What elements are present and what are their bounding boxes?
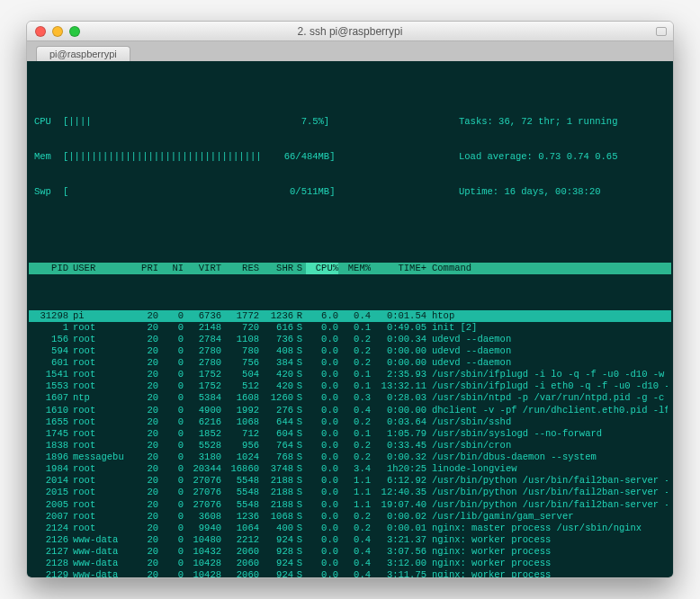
cell: 0.0 (306, 380, 338, 392)
process-row[interactable]: 594root2002780780408S0.00.20:00.00udevd … (29, 345, 671, 357)
cell: 3748 (259, 463, 293, 475)
cell: 3:07.56 (371, 546, 426, 558)
cell: 5548 (221, 487, 259, 498)
cell: 768 (259, 451, 293, 463)
process-row[interactable]: 1745root2001852712604S0.00.11:05.79/usr/… (29, 428, 671, 440)
cell: /usr/lib/gamin/gam_server (426, 511, 668, 523)
cell: 1752 (184, 380, 221, 392)
col-pri[interactable]: PRI (131, 263, 158, 274)
cell: 4900 (184, 405, 221, 416)
cell: 2128 (32, 558, 68, 569)
cell: 5528 (184, 440, 221, 451)
cell: 420 (259, 380, 293, 392)
cell: nginx: worker process (426, 558, 668, 569)
cell: 644 (259, 416, 293, 428)
cell: 3.4 (338, 463, 371, 475)
col-virt[interactable]: VIRT (184, 263, 221, 274)
cell: 1064 (221, 523, 259, 534)
cell: root (68, 475, 131, 487)
cell: udevd --daemon (426, 357, 668, 369)
cell: 20 (131, 534, 158, 546)
process-row[interactable]: 2128www-data200104282060924S0.00.43:12.0… (29, 558, 671, 569)
cell: 0.0 (306, 463, 338, 475)
process-row[interactable]: 1610root20049001992276S0.00.40:00.00dhcl… (29, 405, 671, 416)
process-row[interactable]: 2124root20099401064400S0.00.20:00.01ngin… (29, 523, 671, 534)
swap-label: Swp (34, 186, 63, 198)
process-row[interactable]: 2127www-data200104322060928S0.00.43:07.5… (29, 546, 671, 558)
process-row[interactable]: 156root20027841108736S0.00.20:00.34udevd… (29, 334, 671, 345)
col-cmd[interactable]: Command (426, 263, 668, 274)
cell: 3:12.00 (371, 558, 426, 569)
cell: 2212 (221, 534, 259, 546)
cell: root (68, 440, 131, 451)
cell: 20 (131, 440, 158, 451)
cell: udevd --daemon (426, 345, 668, 357)
cpu-meter: CPU [|||| 7.5%] (34, 116, 459, 128)
process-row[interactable]: 1838root2005528956764S0.00.20:33.45/usr/… (29, 440, 671, 451)
col-time[interactable]: TIME+ (371, 263, 426, 274)
col-ni[interactable]: NI (158, 263, 184, 274)
cell: 10428 (184, 558, 221, 569)
summary-panel: CPU [|||| 7.5%] Mem [|||||||||||||||||||… (29, 88, 671, 227)
col-pid[interactable]: PID (32, 263, 68, 274)
cell: /usr/sbin/cron (426, 440, 668, 451)
process-row[interactable]: 2007root200360812361068S0.00.20:00.02/us… (29, 511, 671, 523)
mem-bar: [|||||||||||||||||||||||||||||||||| 66/4… (63, 151, 335, 163)
cell: 1h20:25 (371, 463, 426, 475)
fullscreen-icon[interactable] (656, 27, 667, 36)
terminal-body[interactable]: CPU [|||| 7.5%] Mem [|||||||||||||||||||… (27, 61, 673, 577)
process-row[interactable]: 1655root20062161068644S0.00.20:03.64/usr… (29, 416, 671, 428)
process-list[interactable]: 31298pi200673617721236R6.00.40:01.54htop… (29, 310, 671, 578)
cell: 0 (158, 451, 184, 463)
process-row[interactable]: 2129www-data200104282060924S0.00.43:11.7… (29, 569, 671, 577)
mem-label: Mem (34, 151, 63, 163)
cell: 1772 (221, 310, 259, 322)
cell: 712 (221, 428, 259, 440)
cell: 20 (131, 569, 158, 577)
cell: 20 (131, 392, 158, 404)
col-user[interactable]: USER (68, 263, 131, 274)
cell: 2007 (32, 511, 68, 523)
cell: htop (426, 310, 668, 322)
cell: 1068 (221, 416, 259, 428)
process-row[interactable]: 1896messagebu20031801024768S0.00.20:00.3… (29, 451, 671, 463)
cell: 2:35.93 (371, 369, 426, 380)
cell: messagebu (68, 451, 131, 463)
cell: 0:00.01 (371, 523, 426, 534)
process-row[interactable]: 1root2002148720616S0.00.10:49.05init [2] (29, 322, 671, 334)
tab-session[interactable]: pi@raspberrypi (36, 46, 130, 61)
col-mem[interactable]: MEM% (338, 263, 371, 274)
cell: 10428 (184, 569, 221, 577)
cell: 20 (131, 511, 158, 523)
process-header[interactable]: PID USER PRI NI VIRT RES SHR S CPU% MEM%… (29, 263, 671, 274)
cell: 0.1 (338, 380, 371, 392)
process-row[interactable]: 2015root2002707655482188S0.01.112:40.35/… (29, 487, 671, 498)
col-res[interactable]: RES (221, 263, 259, 274)
cell: 0.0 (306, 428, 338, 440)
col-s[interactable]: S (293, 263, 306, 274)
process-row[interactable]: 2014root2002707655482188S0.01.16:12.92/u… (29, 475, 671, 487)
cell: 0.0 (306, 416, 338, 428)
cell: 1752 (184, 369, 221, 380)
cell: 616 (259, 322, 293, 334)
col-cpu[interactable]: CPU% (306, 263, 338, 274)
process-row[interactable]: 31298pi200673617721236R6.00.40:01.54htop (29, 310, 671, 322)
cell: www-data (68, 546, 131, 558)
process-row[interactable]: 1984root20020344168603748S0.03.41h20:25l… (29, 463, 671, 475)
process-row[interactable]: 1541root2001752504420S0.00.12:35.93/usr/… (29, 369, 671, 380)
process-row[interactable]: 601root2002780756384S0.00.20:00.00udevd … (29, 357, 671, 369)
col-shr[interactable]: SHR (259, 263, 293, 274)
cell: S (293, 440, 306, 451)
process-row[interactable]: 2126www-data200104802212924S0.00.43:21.3… (29, 534, 671, 546)
process-row[interactable]: 2005root2002707655482188S0.01.119:07.40/… (29, 499, 671, 511)
cell: S (293, 392, 306, 404)
cell: 1024 (221, 451, 259, 463)
cell: 0 (158, 357, 184, 369)
process-row[interactable]: 1553root2001752512420S0.00.113:32.11/usr… (29, 380, 671, 392)
process-row[interactable]: 1607ntp200538416081260S0.00.30:28.03/usr… (29, 392, 671, 404)
cell: root (68, 511, 131, 523)
cell: 601 (32, 357, 68, 369)
cell: 3608 (184, 511, 221, 523)
cell: 0.0 (306, 357, 338, 369)
cell: 756 (221, 357, 259, 369)
